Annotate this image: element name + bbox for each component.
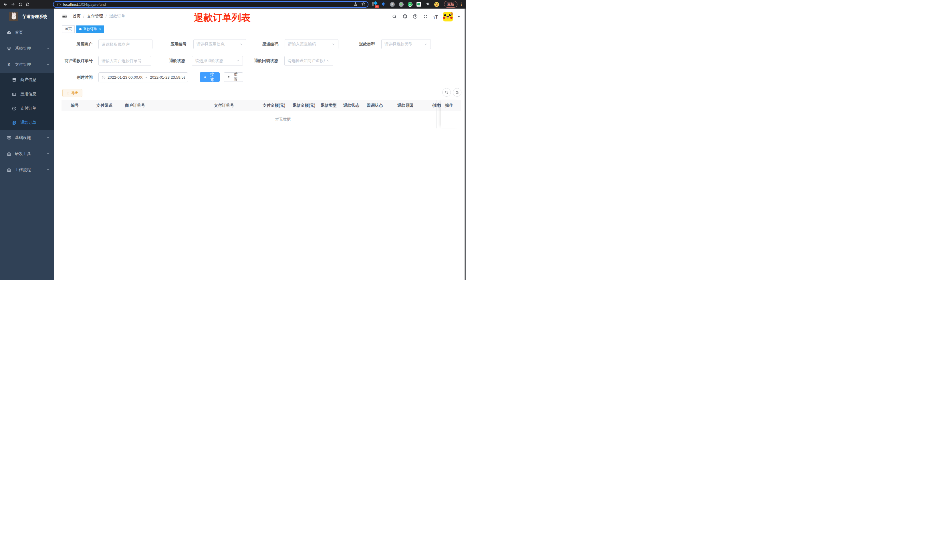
breadcrumb-home[interactable]: 首页 — [73, 14, 81, 19]
column-header: 编号 — [62, 100, 94, 111]
browser-menu-icon[interactable]: ⋮ — [460, 1, 463, 8]
app-select[interactable]: 请选择应用信息 — [193, 39, 246, 49]
sidebar-item-app-info[interactable]: 应用信息 — [0, 87, 54, 101]
merchant-select[interactable] — [98, 39, 152, 49]
page-content: 所属商户 应用编号 请选择应用信息 渠道编码 请输入渠道编码 退款类型 请选择退… — [54, 34, 466, 280]
column-header-clipped: 创建时间 — [429, 100, 441, 111]
table-header-row: 编号 支付渠道 商户订单号 支付订单号 支付金额(元) 退款金额(元) 退款类型… — [62, 100, 461, 111]
reset-button[interactable]: 重置 — [224, 72, 243, 82]
app-title: 芋道管理系统 — [22, 14, 47, 20]
header-search-icon[interactable] — [392, 14, 397, 20]
merchant-refund-no-input-wrap[interactable] — [98, 56, 151, 66]
browser-back-button[interactable] — [2, 1, 9, 8]
clock-icon — [102, 75, 106, 80]
sidebar-submenu-payment: 商户信息 应用信息 支付订单 — [0, 73, 54, 130]
refresh-table-button[interactable] — [453, 88, 461, 97]
grid-icon — [11, 92, 17, 97]
extension-icon-tiles[interactable]: 10 — [372, 2, 377, 7]
column-header: 退款原因 — [394, 100, 429, 111]
bookmark-star-icon[interactable] — [361, 2, 366, 7]
filter-label-merchant: 所属商户 — [57, 39, 92, 49]
callback-status-select[interactable]: 请选择通知商户退款结果的 — [285, 56, 333, 66]
sidebar-item-home[interactable]: 首页 — [0, 25, 54, 41]
extension-icon-command[interactable]: ⌘ — [390, 2, 395, 7]
sidebar-item-payment[interactable]: ¥ 支付管理 — [0, 57, 54, 73]
site-info-icon[interactable] — [57, 3, 61, 6]
date-range-start[interactable]: 2022-01-23 00:00:00 — [108, 75, 143, 80]
window-scrollbar-edge[interactable] — [464, 9, 466, 280]
sidebar-item-label: 应用信息 — [20, 92, 36, 97]
merchant-input[interactable] — [102, 42, 149, 47]
tag-close-icon[interactable]: × — [99, 28, 101, 31]
sidebar-menu: 首页 系统管理 ¥ 支付管理 — [0, 25, 54, 178]
sidebar: 芋道管理系统 首页 系统管理 — [0, 9, 54, 280]
breadcrumb: 首页 / 支付管理 / 退款订单 — [73, 14, 125, 19]
create-time-range-picker[interactable]: 2022-01-23 00:00:00 - 2022-01-23 23:59:5… — [98, 72, 188, 82]
sidebar-item-system[interactable]: 系统管理 — [0, 41, 54, 57]
extensions-puzzle-icon[interactable] — [425, 2, 430, 7]
sidebar-item-dev-tools[interactable]: 研发工具 — [0, 146, 54, 162]
sidebar-item-merchant-info[interactable]: 商户信息 — [0, 73, 54, 87]
column-header: 回调状态 — [364, 100, 394, 111]
breadcrumb-payment[interactable]: 支付管理 — [87, 14, 103, 19]
sidebar-item-infrastructure[interactable]: 基础设施 — [0, 130, 54, 146]
screen: localhost:1024/pay/refund 10 ⌘ y — [0, 0, 466, 280]
sidebar-item-payment-order[interactable]: 支付订单 — [0, 101, 54, 115]
extension-icon-kite[interactable] — [381, 2, 386, 7]
channel-select[interactable]: 请输入渠道编码 — [285, 39, 338, 49]
sidebar-item-refund-order[interactable]: 退款订单 — [0, 115, 54, 130]
chevron-down-icon — [46, 46, 50, 51]
fixed-column-divider — [436, 100, 437, 128]
filter-label-merchant-refund-no: 商户退款订单号 — [57, 56, 93, 66]
user-menu-caret-icon[interactable] — [457, 16, 460, 17]
column-header: 支付金额(元) — [260, 100, 290, 111]
browser-toolbar: localhost:1024/pay/refund 10 ⌘ y — [0, 0, 466, 9]
column-header: 退款类型 — [318, 100, 340, 111]
share-icon[interactable] — [353, 2, 358, 7]
chevron-down-icon — [326, 59, 330, 63]
sidebar-item-workflow[interactable]: 工作流程 — [0, 162, 54, 178]
browser-address-bar[interactable]: localhost:1024/pay/refund — [53, 1, 368, 8]
filter-label-app: 应用编号 — [149, 39, 186, 49]
sidebar-item-label: 商户信息 — [20, 77, 36, 82]
gear-icon — [6, 46, 11, 51]
browser-forward-button[interactable] — [9, 1, 17, 8]
column-header: 商户订单号 — [122, 100, 211, 111]
fixed-operation-column: 操作 — [441, 100, 461, 128]
extension-badge: 10 — [375, 5, 379, 8]
monitor-icon — [6, 135, 11, 140]
app-logo[interactable]: 芋道管理系统 — [0, 9, 54, 25]
store-icon — [11, 77, 17, 82]
search-button[interactable]: 搜索 — [200, 72, 220, 82]
extension-icon-y[interactable]: y — [408, 2, 412, 7]
fullscreen-icon[interactable] — [423, 14, 428, 20]
github-icon[interactable] — [402, 14, 408, 20]
chevron-up-icon — [46, 62, 50, 67]
show-search-toggle-button[interactable] — [442, 88, 451, 97]
browser-reload-button[interactable] — [17, 1, 24, 8]
tags-view-bar: 首页 退款订单 × — [54, 24, 466, 34]
browser-home-button[interactable] — [24, 1, 31, 8]
sidebar-collapse-icon[interactable] — [61, 13, 68, 20]
export-button[interactable]: 导出 — [62, 89, 82, 97]
date-range-end[interactable]: 2022-01-23 23:59:59 — [150, 75, 185, 80]
tag-refund-order[interactable]: 退款订单 × — [76, 25, 104, 33]
browser-update-button[interactable]: 更新 — [444, 1, 457, 8]
extension-icon-record[interactable] — [398, 2, 404, 7]
refund-type-select[interactable]: 请选择退款类型 — [381, 39, 431, 49]
merchant-refund-no-input[interactable] — [102, 58, 148, 63]
sidebar-item-label: 首页 — [15, 30, 23, 35]
extension-icon-chat[interactable] — [416, 2, 421, 7]
yen-icon: ¥ — [6, 62, 11, 67]
column-header: 支付渠道 — [94, 100, 122, 111]
help-icon[interactable] — [412, 14, 418, 20]
date-range-separator: - — [144, 75, 148, 80]
user-avatar[interactable] — [443, 12, 453, 22]
url-host: localhost — [63, 2, 78, 6]
filter-label-create-time: 创建时间 — [57, 72, 93, 82]
tag-home[interactable]: 首页 — [62, 25, 75, 33]
refund-status-select[interactable]: 请选择退款状态 — [192, 56, 243, 66]
font-size-icon[interactable]: TT — [433, 14, 438, 20]
extension-icon-emoji[interactable] — [434, 2, 439, 7]
browser-extensions: 10 ⌘ y — [372, 0, 439, 9]
